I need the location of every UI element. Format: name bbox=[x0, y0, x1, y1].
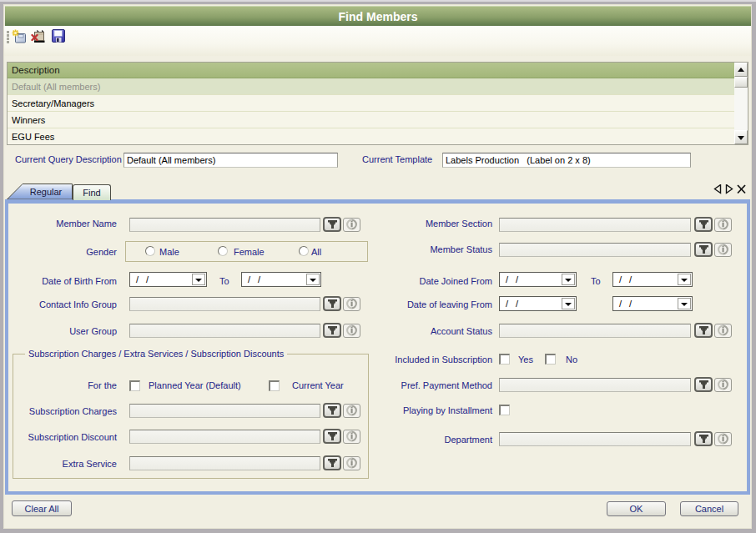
svg-text:Regular: Regular bbox=[30, 187, 63, 197]
